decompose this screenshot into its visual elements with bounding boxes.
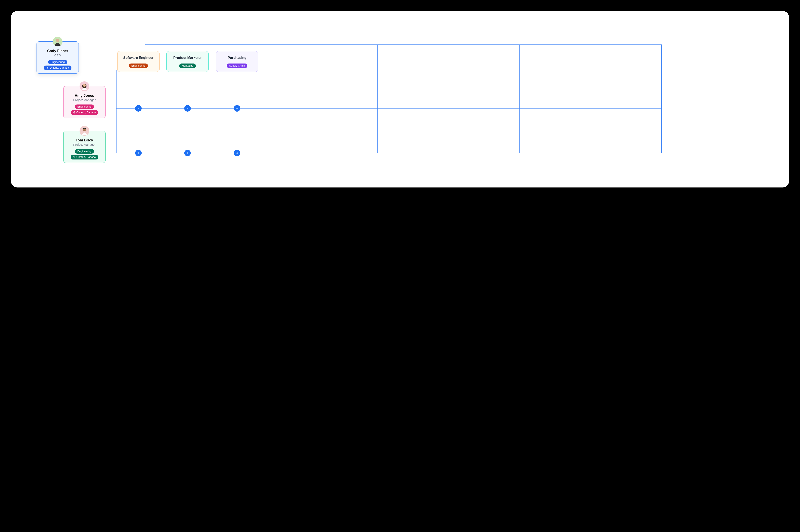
location-pill: Ontario, Canada	[71, 110, 98, 115]
svg-point-5	[74, 112, 75, 113]
svg-point-1	[56, 39, 59, 42]
intersection-node[interactable]	[135, 105, 142, 112]
connector-lines	[11, 11, 789, 188]
role-tag-pill: Engineering	[129, 63, 148, 68]
dept-pill: Engineering	[75, 149, 94, 154]
person-card-cody-fisher[interactable]: Cody Fisher CEO Engineering Ontario, Can…	[37, 41, 79, 74]
person-card-tom-brick[interactable]: Tom Brick Project Manager Engineering On…	[63, 131, 106, 163]
person-title: Project Manager	[73, 98, 96, 102]
svg-point-4	[83, 84, 86, 87]
person-name: Amy Jones	[75, 94, 94, 98]
person-name: Tom Brick	[76, 138, 93, 142]
intersection-node[interactable]	[234, 105, 240, 112]
role-card-product-marketer[interactable]: Product Marketer Marketing	[167, 51, 209, 72]
person-name: Cody Fisher	[47, 49, 68, 53]
dept-pill: Engineering	[75, 104, 94, 109]
role-name: Purchasing	[228, 56, 247, 60]
role-card-purchasing[interactable]: Purchasing Supply Chain	[216, 51, 258, 72]
person-title: CEO	[54, 54, 61, 57]
role-tag-pill: Marketing	[179, 63, 196, 68]
intersection-node[interactable]	[135, 150, 142, 156]
avatar	[53, 37, 62, 46]
canvas-frame: Cody Fisher CEO Engineering Ontario, Can…	[11, 11, 789, 188]
avatar	[79, 81, 89, 91]
avatar	[79, 126, 89, 136]
intersection-node[interactable]	[234, 150, 240, 156]
role-name: Software Engineer	[123, 56, 153, 60]
dept-pill: Engineering	[48, 60, 67, 64]
location-pill: Ontario, Canada	[44, 65, 71, 70]
org-diagram[interactable]: Cody Fisher CEO Engineering Ontario, Can…	[11, 11, 789, 188]
person-card-amy-jones[interactable]: Amy Jones Project Manager Engineering On…	[63, 86, 106, 118]
person-title: Project Manager	[73, 143, 96, 146]
intersection-node[interactable]	[184, 105, 191, 112]
svg-point-8	[74, 157, 75, 157]
location-icon	[73, 111, 76, 114]
role-tag-pill: Supply Chain	[227, 63, 247, 68]
location-icon	[46, 66, 49, 69]
svg-point-2	[47, 68, 48, 68]
role-name: Product Marketer	[173, 56, 202, 60]
location-icon	[73, 156, 76, 158]
intersection-node[interactable]	[184, 150, 191, 156]
role-card-software-engineer[interactable]: Software Engineer Engineering	[117, 51, 159, 72]
location-pill: Ontario, Canada	[71, 155, 98, 159]
